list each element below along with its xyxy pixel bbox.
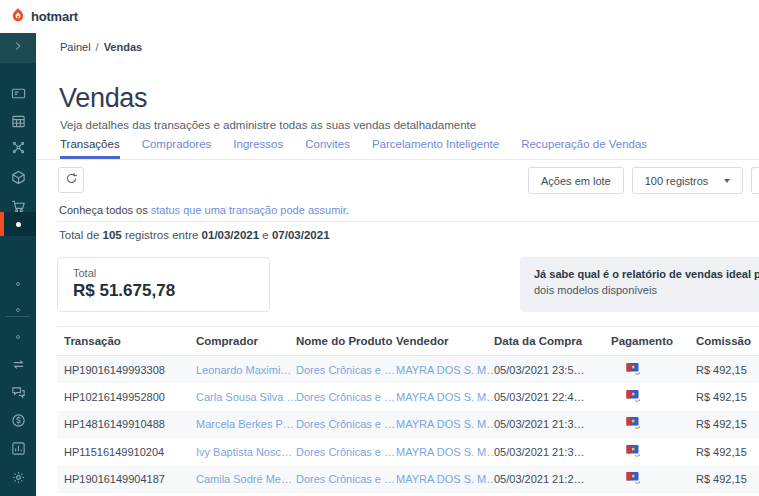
table-row[interactable]: HP19016149904187 Camila Sodré Me… Dores … xyxy=(57,466,759,494)
sidebar-item-analytics[interactable] xyxy=(0,438,36,462)
credit-card-recurrence-icon xyxy=(626,416,642,430)
col-comprador: Comprador xyxy=(196,327,296,356)
sub-dot-icon xyxy=(16,282,20,286)
summary-prefix: Total de xyxy=(59,229,99,241)
records-per-page-select[interactable]: 100 registros xyxy=(632,167,744,194)
chevron-down-icon xyxy=(724,179,730,183)
cell-purchase-date: 05/03/2021 21:2… xyxy=(494,466,611,494)
sidebar-expand-button[interactable] xyxy=(0,33,36,63)
page-title: Vendas xyxy=(59,83,147,114)
chevron-right-icon xyxy=(11,39,25,57)
sidebar-item-settings[interactable] xyxy=(0,467,36,491)
buyer-link[interactable]: Camila Sodré Me… xyxy=(196,473,292,485)
credit-card-recurrence-icon xyxy=(626,362,642,376)
sub-dot-icon xyxy=(16,308,20,312)
cell-transaction: HP11516149910204 xyxy=(57,438,196,466)
gear-icon xyxy=(11,470,26,489)
col-vendedor: Vendedor xyxy=(396,327,494,356)
tabs-underline xyxy=(36,159,759,160)
cell-transaction: HP10216149952800 xyxy=(57,383,196,411)
sidebar-subitem-1[interactable] xyxy=(0,272,36,296)
sidebar-item-finance[interactable] xyxy=(0,410,36,434)
summary-start-date: 01/03/2021 xyxy=(202,229,260,241)
report-promo-card[interactable]: Já sabe qual é o relatório de vendas ide… xyxy=(520,257,759,312)
product-link[interactable]: Dores Crônicas e … xyxy=(296,364,395,376)
cell-transaction: HP19016149904187 xyxy=(57,466,196,494)
product-link[interactable]: Dores Crônicas e … xyxy=(296,446,395,458)
sidebar-item-products[interactable] xyxy=(0,167,36,191)
table-header: Transação Comprador Nome do Produto Vend… xyxy=(57,327,759,356)
buyer-link[interactable]: Leonardo Maximi… xyxy=(196,364,291,376)
sidebar-item-recurrence[interactable] xyxy=(0,354,36,378)
tab-transacoes[interactable]: Transações xyxy=(60,138,120,159)
cell-transaction: HP14816149910488 xyxy=(57,411,196,439)
hotmart-flame-icon xyxy=(10,7,26,27)
product-link[interactable]: Dores Crônicas e … xyxy=(296,473,395,485)
total-card: Total R$ 51.675,78 xyxy=(57,257,270,312)
cell-purchase-date: 05/03/2021 21:3… xyxy=(494,438,611,466)
buyer-link[interactable]: Ivy Baptista Nosc… xyxy=(196,446,292,458)
seller-link[interactable]: MAYRA DOS S. M… xyxy=(396,473,494,485)
transactions-table: Transação Comprador Nome do Produto Vend… xyxy=(57,326,759,493)
col-nome-do-produto: Nome do Produto xyxy=(296,327,396,356)
seller-link[interactable]: MAYRA DOS S. M… xyxy=(396,446,494,458)
brand-name: hotmart xyxy=(31,9,78,24)
cell-commission: R$ 492,15 xyxy=(696,411,759,439)
summary-middle: registros entre xyxy=(125,229,199,241)
date-filter-select[interactable]: Data do Pedido xyxy=(751,167,759,194)
sidebar-item-membership[interactable] xyxy=(0,83,36,107)
hotmart-logo[interactable]: hotmart xyxy=(10,7,78,27)
breadcrumb: Painel / Vendas xyxy=(60,41,142,53)
bulk-actions-button[interactable]: Ações em lote xyxy=(528,167,624,194)
table-row[interactable]: HP19016149993308 Leonardo Maximi… Dores … xyxy=(57,356,759,384)
seller-link[interactable]: MAYRA DOS S. M… xyxy=(396,391,494,403)
table-row[interactable]: HP10216149952800 Carla Sousa Silva … Dor… xyxy=(57,383,759,411)
transaction-status-link[interactable]: status que uma transação pode assumir xyxy=(151,204,346,216)
credit-card-recurrence-icon xyxy=(626,389,642,403)
left-sidebar xyxy=(0,33,36,496)
sidebar-item-affiliates[interactable] xyxy=(0,137,36,161)
total-card-value: R$ 51.675,78 xyxy=(73,281,254,301)
sidebar-item-chat[interactable] xyxy=(0,382,36,406)
tab-recuperacao-de-vendas[interactable]: Recuperação de Vendas xyxy=(521,138,647,159)
table-row[interactable]: HP14816149910488 Marcela Berkes P… Dores… xyxy=(57,411,759,439)
seller-link[interactable]: MAYRA DOS S. M… xyxy=(396,364,494,376)
records-per-page-value: 100 registros xyxy=(645,175,709,187)
dollar-circle-icon xyxy=(11,413,26,432)
active-indicator-bar xyxy=(0,212,4,236)
tab-compradores[interactable]: Compradores xyxy=(142,138,212,159)
tabs-bar: Transações Compradores Ingressos Convite… xyxy=(60,138,647,159)
refresh-button[interactable] xyxy=(58,167,84,193)
cell-commission: R$ 492,15 xyxy=(696,356,759,384)
tab-ingressos[interactable]: Ingressos xyxy=(233,138,283,159)
tab-convites[interactable]: Convites xyxy=(305,138,350,159)
page-subtitle: Veja detalhes das transações e administr… xyxy=(60,119,476,131)
membership-card-icon xyxy=(11,86,26,105)
section-divider xyxy=(57,221,759,222)
col-transacao: Transação xyxy=(57,327,196,356)
credit-card-recurrence-icon xyxy=(626,444,642,458)
sidebar-item-events[interactable] xyxy=(0,111,36,135)
promo-line-1: Já sabe qual é o relatório de vendas ide… xyxy=(534,268,759,280)
product-link[interactable]: Dores Crônicas e … xyxy=(296,418,395,430)
buyer-link[interactable]: Carla Sousa Silva … xyxy=(196,391,296,403)
toolbar-right: Ações em lote 100 registros Data do Pedi… xyxy=(528,167,759,194)
sidebar-subitem-2[interactable] xyxy=(0,298,36,322)
seller-link[interactable]: MAYRA DOS S. M… xyxy=(396,418,494,430)
col-data-da-compra: Data da Compra xyxy=(494,327,611,356)
cell-purchase-date: 05/03/2021 21:3… xyxy=(494,411,611,439)
cell-commission: R$ 492,15 xyxy=(696,438,759,466)
product-link[interactable]: Dores Crônicas e … xyxy=(296,391,395,403)
top-header: hotmart xyxy=(0,0,759,33)
cell-purchase-date: 05/03/2021 22:4… xyxy=(494,383,611,411)
status-line-prefix: Conheça todos os xyxy=(59,204,151,216)
buyer-link[interactable]: Marcela Berkes P… xyxy=(196,418,294,430)
refresh-icon xyxy=(65,171,78,189)
breadcrumb-painel[interactable]: Painel xyxy=(60,41,91,53)
table-row[interactable]: HP11516149910204 Ivy Baptista Nosc… Dore… xyxy=(57,438,759,466)
sidebar-item-active-transactions[interactable] xyxy=(0,212,36,236)
recurrence-arrows-icon xyxy=(11,357,26,376)
summary-end-date: 07/03/2021 xyxy=(272,229,330,241)
tab-parcelamento-inteligente[interactable]: Parcelamento Inteligente xyxy=(372,138,499,159)
cell-transaction: HP19016149993308 xyxy=(57,356,196,384)
